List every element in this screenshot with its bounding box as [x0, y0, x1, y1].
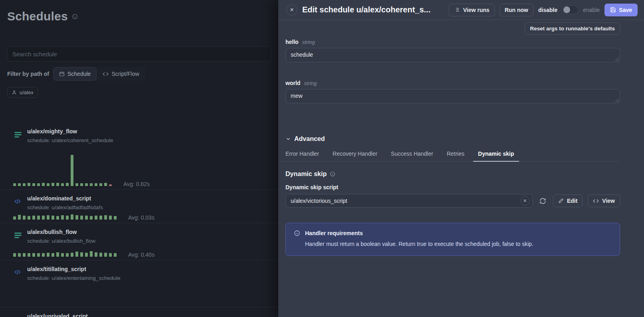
- run-bar[interactable]: [28, 253, 30, 257]
- run-bar[interactable]: [85, 216, 88, 220]
- run-bar[interactable]: [114, 216, 117, 220]
- calendar-icon: [59, 71, 65, 77]
- view-runs-button[interactable]: View runs: [449, 4, 495, 16]
- info-icon[interactable]: [72, 14, 78, 20]
- run-bar[interactable]: [23, 253, 26, 257]
- edit-script-button[interactable]: Edit: [553, 194, 583, 207]
- run-bar[interactable]: [32, 216, 35, 220]
- run-bar[interactable]: [104, 215, 107, 220]
- reset-args-button[interactable]: Reset args to runnable's defaults: [525, 22, 620, 35]
- flow-icon: [14, 131, 22, 138]
- schedule-list-item[interactable]: u/alex/mighty_flowschedule: u/alex/coher…: [0, 123, 278, 190]
- run-bar[interactable]: [52, 183, 54, 186]
- run-bar[interactable]: [104, 253, 107, 257]
- owner-chip-label: u/alex: [20, 89, 34, 95]
- run-bar[interactable]: [99, 183, 102, 186]
- advanced-title: Advanced: [294, 135, 325, 143]
- run-bar[interactable]: [104, 183, 107, 186]
- run-bar[interactable]: [85, 183, 88, 186]
- run-bar[interactable]: [75, 215, 78, 220]
- run-bar[interactable]: [80, 183, 83, 186]
- run-bar[interactable]: [18, 183, 21, 186]
- run-bar[interactable]: [90, 216, 93, 220]
- field-world-input[interactable]: mew: [285, 89, 620, 103]
- run-bar[interactable]: [47, 215, 50, 220]
- schedule-path: u/alex/mighty_flow: [27, 126, 271, 135]
- schedule-list-item[interactable]: u/alex/bullish_flowschedule: u/alex/bull…: [0, 223, 278, 260]
- search-input[interactable]: [7, 46, 271, 61]
- run-bar[interactable]: [52, 216, 54, 220]
- schedule-list-item[interactable]: u/alex/dominated_scriptschedule: u/alex/…: [0, 190, 278, 223]
- run-bar[interactable]: [18, 215, 21, 220]
- run-bar[interactable]: [52, 253, 54, 257]
- run-bar[interactable]: [66, 216, 69, 220]
- run-bar[interactable]: [42, 216, 45, 220]
- run-bar[interactable]: [75, 252, 78, 257]
- view-script-button[interactable]: View: [588, 194, 620, 207]
- run-bar[interactable]: [71, 253, 73, 257]
- run-now-button[interactable]: Run now: [499, 4, 533, 16]
- tab-dynamic-skip[interactable]: Dynamic skip: [473, 147, 519, 162]
- run-bar[interactable]: [99, 216, 102, 220]
- info-icon[interactable]: [330, 171, 335, 177]
- tab-recovery-handler[interactable]: Recovery Handler: [328, 147, 382, 162]
- save-button[interactable]: Save: [604, 4, 638, 16]
- run-bar[interactable]: [109, 253, 112, 257]
- run-bar[interactable]: [71, 214, 73, 220]
- run-bar[interactable]: [61, 253, 64, 257]
- run-bar[interactable]: [66, 183, 69, 186]
- close-icon[interactable]: ✕: [286, 4, 297, 16]
- run-bar[interactable]: [90, 251, 93, 257]
- run-bar[interactable]: [37, 216, 40, 220]
- clear-icon[interactable]: ✕: [520, 196, 530, 206]
- run-bar[interactable]: [37, 183, 40, 186]
- run-bar[interactable]: [95, 252, 97, 257]
- run-bar[interactable]: [71, 155, 73, 186]
- run-bar[interactable]: [95, 183, 97, 186]
- refresh-icon[interactable]: [538, 196, 548, 206]
- run-bar[interactable]: [13, 216, 16, 220]
- run-bar[interactable]: [28, 216, 30, 220]
- run-bar[interactable]: [23, 216, 26, 220]
- run-bar[interactable]: [85, 253, 88, 257]
- dynamic-skip-script-input[interactable]: [285, 194, 533, 208]
- filter-schedule-button[interactable]: Schedule: [53, 67, 97, 81]
- run-bar[interactable]: [18, 253, 21, 257]
- run-bar[interactable]: [99, 253, 102, 257]
- run-bar[interactable]: [90, 183, 93, 186]
- run-bar[interactable]: [13, 253, 16, 257]
- run-bar[interactable]: [47, 183, 50, 186]
- run-bar[interactable]: [32, 253, 35, 257]
- tab-retries[interactable]: Retries: [442, 147, 469, 162]
- run-bar[interactable]: [95, 216, 97, 220]
- run-bar[interactable]: [109, 216, 112, 220]
- run-bar[interactable]: [42, 253, 45, 257]
- filter-script-flow-button[interactable]: Script/Flow: [97, 67, 145, 81]
- run-bar[interactable]: [75, 183, 78, 186]
- advanced-section-toggle[interactable]: Advanced: [285, 135, 620, 143]
- run-bar[interactable]: [32, 183, 35, 186]
- run-bar[interactable]: [114, 253, 117, 257]
- run-bar[interactable]: [61, 183, 64, 186]
- owner-filter-chip[interactable]: u/alex: [7, 87, 38, 98]
- tab-error-handler[interactable]: Error Handler: [281, 147, 324, 162]
- run-bar[interactable]: [13, 183, 16, 186]
- run-bar[interactable]: [56, 216, 59, 220]
- run-bar[interactable]: [80, 216, 83, 220]
- run-bar[interactable]: [80, 252, 83, 257]
- schedule-list-item[interactable]: u/alex/titillating_scriptschedule: u/ale…: [0, 260, 278, 307]
- run-bar[interactable]: [66, 253, 69, 257]
- run-bar[interactable]: [56, 183, 59, 186]
- run-bar[interactable]: [61, 215, 64, 220]
- schedule-list-item[interactable]: u/alex/unrivaled_script: [0, 307, 278, 317]
- run-bar[interactable]: [23, 183, 26, 186]
- enable-toggle[interactable]: [562, 6, 578, 14]
- run-bar[interactable]: [42, 183, 45, 186]
- run-bar[interactable]: [109, 184, 112, 186]
- run-bar[interactable]: [28, 183, 30, 186]
- run-bar[interactable]: [47, 253, 50, 257]
- tab-success-handler[interactable]: Success Handler: [386, 147, 438, 162]
- run-bar[interactable]: [37, 253, 40, 257]
- field-hello-input[interactable]: schedule: [285, 48, 620, 62]
- run-bar[interactable]: [56, 252, 59, 257]
